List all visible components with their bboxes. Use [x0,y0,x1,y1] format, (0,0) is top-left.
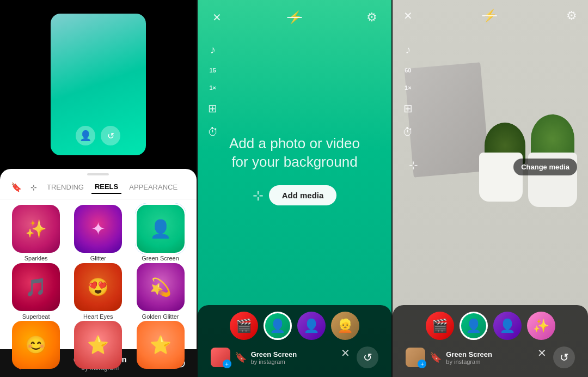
list-item[interactable]: 😍 Heart Eyes [68,263,128,320]
right-circle-reels[interactable]: 🎬 [426,312,454,340]
preview-overlay: 👤 ↺ [76,126,120,145]
right-reels-icon: 🎬 [432,318,448,333]
goldenglitter-thumb[interactable]: 💫 [137,263,185,311]
right-music-control[interactable]: ♪ [402,44,413,56]
right-settings-icon[interactable]: ⚙ [566,9,577,23]
sheet-handle [87,173,109,175]
middle-circle-photo[interactable]: 👱 [331,312,359,340]
right-plus-icon: + [420,361,424,367]
bookmark-tab-icon[interactable]: 🔖 [9,180,24,194]
add-media-button[interactable]: Add media [269,185,337,205]
right-speed-control[interactable]: 1× [402,84,413,91]
right-bookmark-icon[interactable]: 🔖 [430,351,442,363]
tab-appearance[interactable]: APPEARANCE [126,181,181,193]
middle-side-controls: ♪ 15 1× ⊞ ⏱ [207,44,218,138]
middle-thumb-plus: + [223,360,231,368]
sheet-tabs: 🔖 ⊹ TRENDING REELS APPEARANCE [0,180,197,199]
list-item[interactable]: ✨ Sparkles [5,205,66,262]
right-effect-name: Green Screen [446,350,492,358]
middle-thumb-mini: + [211,348,230,367]
greenscreen-thumb[interactable]: 👤 [137,205,185,253]
list-item[interactable]: 👤 Green Screen [130,205,191,262]
row3a-thumb[interactable]: 😊 [12,321,60,369]
settings-icon[interactable]: ⚙ [363,9,381,26]
right-camera-flip-btn[interactable]: ↺ [553,346,575,368]
right-thumb-mini: + [406,348,425,367]
refresh-btn[interactable]: ↺ [101,126,120,145]
right-speed-value: 1× [405,84,412,91]
middle-circle-purple[interactable]: 👤 [297,312,326,340]
list-item[interactable]: ✦ Glitter [68,205,128,262]
right-circle-purple[interactable]: 👤 [493,312,522,340]
layout-control[interactable]: ⊞ [207,102,218,115]
right-timer-value: 60 [405,67,411,74]
right-top-bar: ✕ ⚡ ⚙ [393,0,588,32]
music-control[interactable]: ♪ [207,44,218,56]
hearteyes-thumb[interactable]: 😍 [74,263,122,311]
middle-effects-row: 🎬 👤 👤 👱 [206,312,383,340]
list-item[interactable]: ⭐ [68,321,128,372]
right-x-circle-icon[interactable]: ✕ [537,346,547,368]
right-purple-icon: 👤 [499,318,516,333]
row3b-thumb[interactable]: ⭐ [74,321,122,369]
left-panel: 👤 ↺ 🔖 Green Screen by instagram ⊕ 🔖 ⊹ TR… [0,0,197,377]
right-timer-control[interactable]: 60 [402,67,413,74]
camera-flip-icon: ↺ [363,351,372,364]
middle-effect-by: by instagram [251,358,297,365]
tab-trending[interactable]: TRENDING [44,181,87,193]
close-icon[interactable]: ✕ [209,9,226,26]
right-sparkle-icon: ✨ [533,318,549,333]
superbeat-thumb[interactable]: 🎵 [12,263,60,311]
flash-off-icon[interactable]: ⚡ [286,9,303,26]
right-add-media-icon[interactable]: ⊹ [409,159,418,172]
middle-panel: ✕ ⚡ ⚙ ♪ 15 1× ⊞ ⏱ Add a photo or videofo… [198,0,392,377]
list-item[interactable]: 🎵 Superbeat [5,263,66,320]
flip-camera-btn[interactable]: 👤 [76,126,95,145]
countdown-icon: ⏱ [207,126,218,138]
right-flash-off-icon[interactable]: ⚡ [482,9,497,23]
middle-bookmark-icon[interactable]: 🔖 [235,351,247,363]
photo-icon: 👱 [337,318,353,333]
middle-top-bar: ✕ ⚡ ⚙ [198,0,392,35]
plus-icon: + [225,361,228,367]
list-item[interactable]: 💫 Golden Glitter [130,263,191,320]
timer-control[interactable]: 15 [207,67,218,74]
change-media-button[interactable]: Change media [513,159,577,175]
middle-circle-greenscreen[interactable]: 👤 [264,312,292,340]
timer-value: 15 [210,67,216,74]
sparkles-thumb[interactable]: ✨ [12,205,60,253]
middle-x-circle-icon[interactable]: ✕ [341,346,350,368]
move-icon: ⊹ [253,188,264,203]
right-camera-flip-icon: ↺ [560,351,569,364]
middle-bottom-info: + 🔖 Green Screen by instagram ✕ ↺ [206,344,383,370]
glitter-thumb[interactable]: ✦ [74,205,122,253]
middle-bottom-left: + 🔖 Green Screen by instagram [211,348,297,367]
right-close-icon[interactable]: ✕ [403,9,413,22]
change-media-label: Change media [521,163,569,171]
right-effects-row: 🎬 👤 👤 ✨ [401,312,579,340]
right-circle-greenscreen[interactable]: 👤 [460,312,488,340]
effects-sheet: 🔖 ⊹ TRENDING REELS APPEARANCE ✨ Sparkles… [0,169,197,377]
right-circle-sparkle[interactable]: ✨ [527,312,555,340]
greenscreen-label: Green Screen [142,255,179,262]
speed-value: 1× [209,84,216,91]
right-countdown-icon: ⏱ [402,126,413,138]
row3c-thumb[interactable]: ⭐ [137,321,185,369]
list-item[interactable]: ⭐ [130,321,191,372]
right-layout-icon: ⊞ [403,102,413,115]
countdown-control[interactable]: ⏱ [207,126,218,138]
plant-area [468,54,577,207]
right-layout-control[interactable]: ⊞ [402,102,413,115]
tab-reels[interactable]: REELS [91,180,121,194]
right-panel: ✕ ⚡ ⚙ ♪ 60 1× ⊞ ⏱ ⊹ Change media 🎬 👤 [393,0,588,377]
speed-control[interactable]: 1× [207,84,218,91]
sort-tab-icon[interactable]: ⊹ [28,181,39,194]
middle-camera-flip-btn[interactable]: ↺ [357,346,378,368]
add-bg-text: Add a photo or videofor your background [229,135,360,172]
list-item[interactable]: 😊 [5,321,66,372]
add-media-label: Add media [282,191,324,200]
person-icon: 👤 [79,130,91,142]
right-countdown-control[interactable]: ⏱ [402,126,413,138]
layout-icon: ⊞ [208,102,217,115]
middle-circle-reels[interactable]: 🎬 [230,312,258,340]
